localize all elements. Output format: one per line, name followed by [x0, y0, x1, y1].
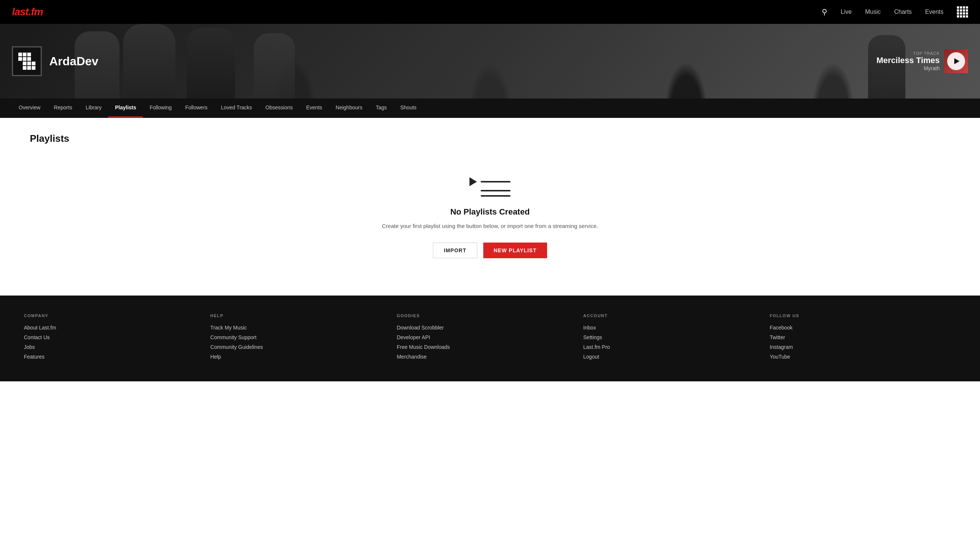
footer-link-4-0[interactable]: Facebook: [770, 325, 947, 331]
logo[interactable]: last.fm: [12, 6, 43, 18]
new-playlist-button[interactable]: NEW PLAYLIST: [483, 243, 547, 258]
main-content: Playlists No Playlists Created Create yo…: [0, 118, 980, 296]
empty-state-buttons: IMPORT NEW PLAYLIST: [433, 243, 547, 258]
header: last.fm ⚲ LiveMusicChartsEvents: [0, 0, 980, 24]
footer-col-title-4: FOLLOW US: [770, 313, 947, 318]
footer-link-1-1[interactable]: Community Support: [210, 334, 388, 340]
nav-item-events[interactable]: Events: [925, 9, 943, 15]
footer-link-1-0[interactable]: Track My Music: [210, 325, 388, 331]
empty-description: Create your first playlist using the but…: [382, 223, 598, 229]
footer-col-title-3: ACCOUNT: [583, 313, 761, 318]
profile-nav-followers[interactable]: Followers: [178, 99, 214, 118]
grid-menu-icon[interactable]: [957, 6, 968, 17]
footer-link-3-0[interactable]: Inbox: [583, 325, 761, 331]
page-title: Playlists: [30, 133, 950, 145]
profile-banner: ArdaDev TOP TRACK Merciless Times Myrath: [0, 24, 980, 99]
nav-item-music[interactable]: Music: [865, 9, 881, 15]
footer-link-3-3[interactable]: Logout: [583, 354, 761, 360]
playlist-line-2: [480, 190, 511, 191]
avatar: [12, 46, 42, 76]
profile-nav-reports[interactable]: Reports: [47, 99, 79, 118]
footer-link-4-3[interactable]: YouTube: [770, 354, 947, 360]
profile-nav-list: OverviewReportsLibraryPlaylistsFollowing…: [12, 99, 968, 118]
footer-col-title-2: GOODIES: [397, 313, 574, 318]
search-icon[interactable]: ⚲: [822, 8, 827, 16]
footer-link-0-1[interactable]: Contact Us: [24, 334, 202, 340]
profile-nav-following[interactable]: Following: [143, 99, 178, 118]
playlist-icon-row-3: [469, 195, 511, 197]
profile-nav-playlists[interactable]: Playlists: [108, 99, 143, 118]
playlist-icon: [469, 177, 511, 197]
footer-col-3: ACCOUNTInboxSettingsLast.fm ProLogout: [583, 313, 770, 364]
footer-col-title-0: COMPANY: [24, 313, 202, 318]
playlist-line-3: [480, 195, 511, 197]
footer-link-1-2[interactable]: Community Guidelines: [210, 344, 388, 350]
playlist-play-icon: [469, 177, 477, 186]
footer-link-0-0[interactable]: About Last.fm: [24, 325, 202, 331]
top-track-info: TOP TRACK Merciless Times Myrath: [876, 51, 940, 71]
footer-link-3-2[interactable]: Last.fm Pro: [583, 344, 761, 350]
profile-hero-content: ArdaDev TOP TRACK Merciless Times Myrath: [0, 24, 980, 99]
footer-link-2-0[interactable]: Download Scrobbler: [397, 325, 574, 331]
avatar-grid-icon: [18, 52, 35, 70]
playlist-line-1: [480, 181, 511, 183]
profile-nav-events[interactable]: Events: [299, 99, 329, 118]
footer-col-2: GOODIESDownload ScrobblerDeveloper APIFr…: [397, 313, 583, 364]
empty-state: No Playlists Created Create your first p…: [30, 162, 950, 281]
footer-link-2-3[interactable]: Merchandise: [397, 354, 574, 360]
profile-nav: OverviewReportsLibraryPlaylistsFollowing…: [0, 99, 980, 118]
profile-username: ArdaDev: [49, 54, 99, 68]
footer-col-4: FOLLOW USFacebookTwitterInstagramYouTube: [770, 313, 956, 364]
import-button[interactable]: IMPORT: [433, 243, 477, 258]
profile-nav-library[interactable]: Library: [79, 99, 108, 118]
play-icon: [954, 58, 959, 64]
top-track: TOP TRACK Merciless Times Myrath: [876, 49, 968, 73]
footer-link-2-1[interactable]: Developer API: [397, 334, 574, 340]
footer-link-0-2[interactable]: Jobs: [24, 344, 202, 350]
footer-link-0-3[interactable]: Features: [24, 354, 202, 360]
top-track-artist: Myrath: [876, 65, 940, 71]
top-track-label: TOP TRACK: [876, 51, 940, 56]
footer-link-4-2[interactable]: Instagram: [770, 344, 947, 350]
profile-nav-loved-tracks[interactable]: Loved Tracks: [214, 99, 259, 118]
profile-nav-overview[interactable]: Overview: [12, 99, 47, 118]
profile-nav-obsessions[interactable]: Obsessions: [259, 99, 299, 118]
footer-col-title-1: HELP: [210, 313, 388, 318]
playlist-icon-row-2: [469, 190, 511, 191]
main-nav: ⚲ LiveMusicChartsEvents: [822, 6, 968, 17]
play-button[interactable]: [947, 52, 965, 70]
top-track-thumbnail[interactable]: [944, 49, 968, 73]
profile-nav-neighbours[interactable]: Neighbours: [329, 99, 369, 118]
profile-nav-shouts[interactable]: Shouts: [393, 99, 423, 118]
footer-col-1: HELPTrack My MusicCommunity SupportCommu…: [210, 313, 397, 364]
profile-nav-tags[interactable]: Tags: [369, 99, 394, 118]
top-track-title: Merciless Times: [876, 56, 940, 65]
footer-col-0: COMPANYAbout Last.fmContact UsJobsFeatur…: [24, 313, 210, 364]
footer: COMPANYAbout Last.fmContact UsJobsFeatur…: [0, 296, 980, 381]
empty-title: No Playlists Created: [450, 207, 530, 217]
playlist-icon-row-1: [469, 177, 511, 186]
footer-link-2-2[interactable]: Free Music Downloads: [397, 344, 574, 350]
footer-link-1-3[interactable]: Help: [210, 354, 388, 360]
nav-item-charts[interactable]: Charts: [894, 9, 912, 15]
footer-link-3-1[interactable]: Settings: [583, 334, 761, 340]
nav-item-live[interactable]: Live: [841, 9, 852, 15]
footer-link-4-1[interactable]: Twitter: [770, 334, 947, 340]
